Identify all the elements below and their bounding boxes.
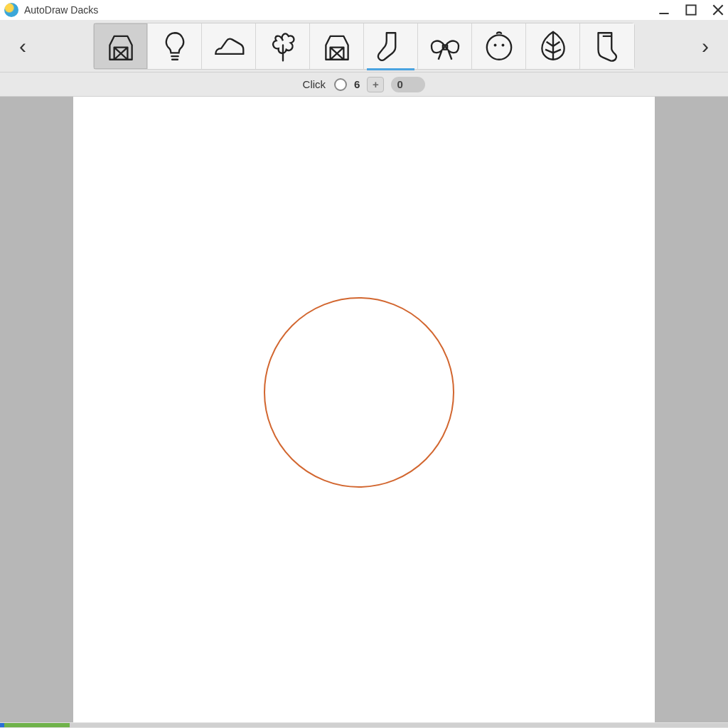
maximize-icon[interactable] [685, 4, 697, 16]
svg-point-4 [501, 43, 504, 46]
suggestion-bow[interactable] [418, 23, 472, 69]
status-seg-3 [70, 723, 728, 727]
status-seg-2 [4, 723, 70, 727]
suggestion-face[interactable] [472, 23, 526, 69]
suggestion-strip [93, 23, 635, 70]
svg-rect-0 [659, 13, 668, 14]
leaf-icon [535, 28, 571, 64]
radio-toggle[interactable] [334, 78, 347, 91]
window-buttons [658, 4, 724, 16]
counter-value: 0 [397, 78, 402, 90]
suggestion-barn[interactable] [94, 23, 148, 69]
lightbulb-icon [157, 28, 193, 64]
next-button[interactable]: › [688, 23, 722, 69]
svg-point-2 [486, 35, 510, 59]
user-circle-stroke [264, 297, 454, 488]
app-logo-icon [4, 3, 18, 17]
status-bar [0, 722, 728, 728]
barn-icon [103, 28, 139, 64]
shoe-icon [211, 28, 247, 64]
sock-icon [373, 28, 409, 64]
suggestion-leaf[interactable] [526, 23, 580, 69]
workspace [0, 97, 728, 722]
app-window: AutoDraw Dacks ‹ [0, 0, 728, 728]
plus-button[interactable]: + [367, 77, 384, 92]
click-value: 6 [354, 78, 360, 90]
drawing-canvas[interactable] [73, 97, 655, 722]
controls-bar: Click 6 + 0 [0, 73, 728, 97]
click-label: Click [303, 78, 326, 90]
suggestion-toolbar: ‹ [0, 20, 728, 73]
prev-button[interactable]: ‹ [6, 23, 40, 69]
titlebar: AutoDraw Dacks [0, 0, 728, 20]
counter-pill[interactable]: 0 [391, 77, 425, 92]
suggestion-flower[interactable] [256, 23, 310, 69]
suggestion-shoe[interactable] [202, 23, 256, 69]
suggestion-sock-curve[interactable] [364, 23, 418, 69]
svg-point-3 [493, 43, 496, 46]
minimize-icon[interactable] [658, 4, 670, 16]
svg-rect-1 [686, 5, 695, 14]
flower-icon [265, 28, 301, 64]
barn-icon [319, 28, 355, 64]
face-icon [481, 28, 517, 64]
suggestion-barn-2[interactable] [310, 23, 364, 69]
sock-icon [589, 28, 625, 64]
close-icon[interactable] [712, 4, 724, 16]
suggestion-sock[interactable] [580, 23, 634, 69]
suggestion-lightbulb[interactable] [148, 23, 202, 69]
bow-icon [427, 28, 463, 64]
window-title: AutoDraw Dacks [24, 4, 658, 16]
